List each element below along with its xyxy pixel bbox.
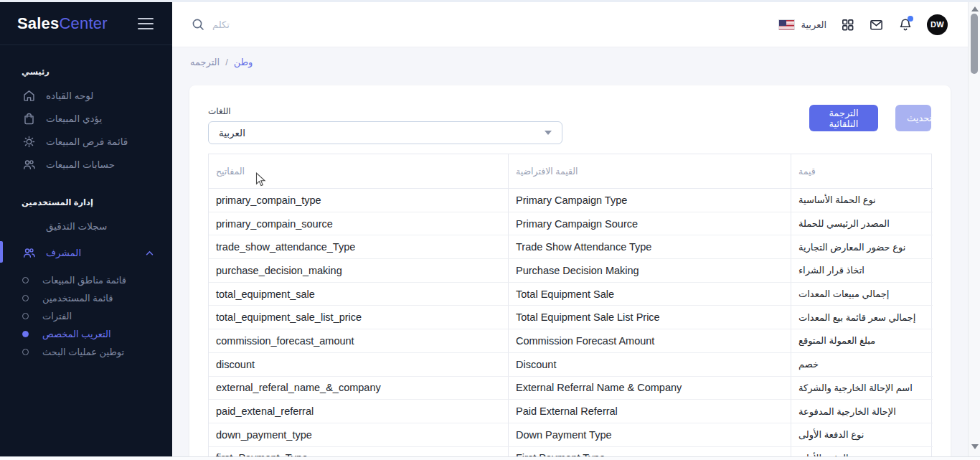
sidebar-subitem-search-localization[interactable]: توطين عمليات البحث: [0, 343, 172, 361]
breadcrumb-separator: /: [225, 57, 228, 67]
section-label-main: رئيسي: [0, 62, 172, 84]
notifications-bell-icon[interactable]: [898, 17, 913, 32]
sidebar-item-label: المشرف: [46, 247, 81, 258]
logo-text-primary: Sales: [17, 14, 60, 32]
home-icon: [22, 88, 36, 103]
topbar-actions: العربية DW: [778, 14, 948, 35]
sidebar-subitem-label: قائمة المستخدمين: [42, 293, 113, 304]
sidebar-item-audit-logs[interactable]: سجلات التدقيق: [0, 215, 172, 238]
sidebar-item-label: سجلات التدقيق: [46, 220, 107, 232]
table-body: primary_compain_type Primary Campaign Ty…: [209, 189, 931, 460]
cell-default-value: Purchase Decision Making: [509, 259, 791, 283]
main-content: الترجمه / وطن اللغات العربية الترجمة الت…: [172, 47, 968, 460]
sidebar-subitem-sales-regions[interactable]: قائمة مناطق المبيعات: [0, 271, 172, 289]
cell-key: total_equipment_sale: [209, 283, 509, 306]
radio-bullet-icon: [22, 277, 29, 283]
sidebar-item-dashboard[interactable]: لوحه القياده: [0, 84, 172, 107]
cell-key: commission_forecast_amount: [209, 329, 509, 353]
cell-key: discount: [209, 353, 509, 377]
cell-value[interactable]: مبلغ العمولة المتوقع: [791, 329, 933, 353]
sidebar-subitem-custom-localization[interactable]: التعريب المخصص: [0, 325, 172, 343]
apps-grid-icon[interactable]: [841, 18, 854, 32]
cell-value[interactable]: المصدر الرئيسي للحملة: [791, 212, 933, 236]
sidebar-item-sales-opportunities[interactable]: قائمة فرص المبيعات: [0, 130, 172, 153]
radio-bullet-icon: [22, 331, 29, 337]
update-button[interactable]: تحديث: [895, 105, 931, 131]
search-input[interactable]: [212, 19, 428, 30]
cell-value[interactable]: خصم: [791, 353, 933, 377]
breadcrumb-home-link[interactable]: وطن: [234, 57, 253, 67]
language-select[interactable]: العربية: [208, 121, 562, 144]
vertical-scrollbar[interactable]: [968, 2, 980, 456]
admin-submenu: قائمة مناطق المبيعات قائمة المستخدمين ال…: [0, 271, 172, 361]
translations-table: المفاتيح القيمة الافتراضية قيمة primary_…: [208, 154, 932, 460]
table-row: external_referal_name_&_company External…: [209, 377, 931, 400]
cell-value[interactable]: نوع الدفعة الأولى: [791, 423, 933, 447]
user-avatar[interactable]: DW: [927, 14, 948, 35]
cell-default-value: Paid External Referral: [509, 400, 791, 423]
header-value: قيمة: [791, 154, 933, 189]
active-indicator: [0, 241, 3, 263]
scrollbar-thumb[interactable]: [971, 14, 978, 74]
sidebar-section-user-management: إدارة المستخدمين سجلات التدقيق المشرف قا…: [0, 193, 172, 361]
table-row: purchase_decision_making Purchase Decisi…: [209, 259, 931, 283]
cell-key: purchase_decision_making: [209, 259, 509, 283]
us-flag-icon: [778, 19, 795, 30]
radio-bullet-icon: [22, 295, 29, 301]
horizontal-scrollbar[interactable]: [0, 456, 980, 460]
sidebar-subitem-periods[interactable]: الفترات: [0, 307, 172, 325]
cell-key: primary_compain_type: [209, 189, 509, 212]
sidebar-subitem-users-list[interactable]: قائمة المستخدمين: [0, 289, 172, 307]
language-switcher[interactable]: العربية: [778, 19, 826, 30]
shopping-bag-icon: [22, 111, 36, 126]
sidebar-item-sales-leads[interactable]: يؤدي المبيعات: [0, 107, 172, 130]
sidebar-item-admin[interactable]: المشرف: [0, 240, 172, 265]
cell-default-value: Primary Campaign Type: [509, 189, 791, 212]
breadcrumb-current: الترجمه: [190, 57, 220, 67]
notification-badge: [908, 16, 913, 22]
cell-value[interactable]: اتخاذ قرار الشراء: [791, 259, 933, 283]
sidebar-item-label: لوحه القياده: [46, 90, 93, 101]
sidebar-item-label: حسابات المبيعات: [46, 159, 115, 170]
cell-value[interactable]: اسم الإحالة الخارجية والشركة: [791, 377, 933, 400]
cell-default-value: Discount: [509, 353, 791, 377]
scroll-down-arrow-icon[interactable]: [971, 444, 979, 449]
window-top-edge: [0, 0, 980, 2]
cell-key: paid_extenal_referral: [209, 400, 509, 423]
mail-icon[interactable]: [869, 17, 884, 32]
cell-value[interactable]: الإحالة الخارجية المدفوعة: [791, 400, 933, 423]
app-window: SalesCenter رئيسي لوحه القياده يؤدي المب…: [0, 0, 980, 460]
table-row: total_equipment_sale Total Equipment Sal…: [209, 283, 931, 306]
cell-value[interactable]: إجمالي مبيعات المعدات: [791, 283, 933, 306]
table-row: paid_extenal_referral Paid External Refe…: [209, 400, 931, 423]
sidebar-section-main: رئيسي لوحه القياده يؤدي المبيعات قائمة ف…: [0, 62, 172, 176]
menu-icon[interactable]: [138, 18, 154, 29]
app-logo[interactable]: SalesCenter: [17, 14, 108, 33]
cell-default-value: Down Payment Type: [509, 423, 791, 447]
scroll-up-arrow-icon[interactable]: [971, 6, 979, 11]
card-actions: الترجمة التلقائية تحديث: [809, 105, 931, 131]
sidebar-subitem-label: قائمة مناطق المبيعات: [42, 275, 126, 286]
sidebar-header: SalesCenter: [0, 2, 172, 45]
sidebar-item-sales-accounts[interactable]: حسابات المبيعات: [0, 153, 172, 176]
sidebar-subitem-label: توطين عمليات البحث: [42, 347, 124, 357]
cell-value[interactable]: نوع حضور المعارض التجارية: [791, 235, 933, 259]
sidebar: SalesCenter رئيسي لوحه القياده يؤدي المب…: [0, 2, 172, 456]
cell-value[interactable]: إجمالي سعر قائمة بيع المعدات: [791, 306, 933, 329]
table-row: trade_show_attendance_Type Trade Show At…: [209, 235, 931, 259]
cell-default-value: Commission Forecast Amount: [509, 329, 791, 353]
header-default-value: القيمة الافتراضية: [509, 154, 791, 189]
cell-value[interactable]: نوع الحملة الأساسية: [791, 189, 933, 212]
auto-translate-button[interactable]: الترجمة التلقائية: [809, 105, 878, 131]
sidebar-subitem-label: التعريب المخصص: [42, 329, 111, 339]
table-row: down_payment_type Down Payment Type نوع …: [209, 423, 931, 447]
cell-key: primary_compain_source: [209, 212, 509, 236]
cell-default-value: External Referral Name & Company: [509, 377, 791, 400]
radio-bullet-icon: [22, 313, 29, 319]
cell-default-value: Primary Campaign Source: [509, 212, 791, 236]
cell-key: total_equipment_sale_list_price: [209, 306, 509, 329]
topbar: العربية DW: [172, 2, 968, 47]
search-icon: [191, 17, 205, 32]
cell-key: down_payment_type: [209, 423, 509, 447]
users-icon: [22, 245, 36, 260]
